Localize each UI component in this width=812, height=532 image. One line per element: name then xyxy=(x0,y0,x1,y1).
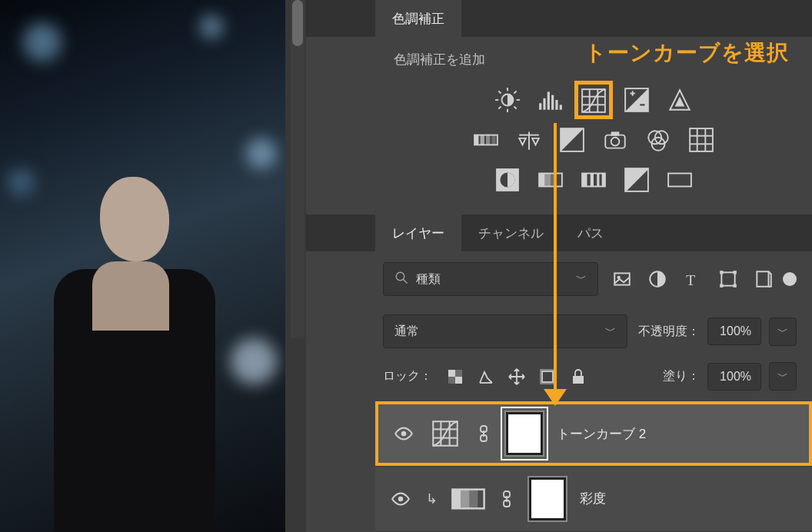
lock-transparency-icon[interactable] xyxy=(446,367,464,386)
layer-filter-select[interactable]: 種類 ﹀ xyxy=(383,262,598,296)
blend-mode-select[interactable]: 通常 ﹀ xyxy=(383,314,627,348)
svg-rect-72 xyxy=(542,371,553,382)
svg-rect-68 xyxy=(448,370,455,377)
search-icon xyxy=(394,271,408,288)
layer-row[interactable]: ↳ 彩度 xyxy=(375,466,812,530)
exposure-icon[interactable] xyxy=(624,87,650,113)
svg-line-57 xyxy=(403,279,407,283)
svg-rect-26 xyxy=(481,135,484,145)
threshold-icon[interactable] xyxy=(581,167,607,193)
svg-rect-52 xyxy=(597,174,599,187)
svg-rect-12 xyxy=(551,95,554,110)
document-canvas[interactable] xyxy=(0,0,285,532)
curves-highlight xyxy=(574,81,613,119)
visibility-toggle[interactable] xyxy=(389,489,412,509)
layers-panel: レイヤー チャンネル パス 種類 ﹀ T xyxy=(306,214,812,530)
svg-rect-67 xyxy=(757,271,768,287)
selective-color-icon[interactable] xyxy=(667,167,693,193)
curves-icon[interactable] xyxy=(581,88,607,114)
lock-position-icon[interactable] xyxy=(508,367,526,386)
color-lookup-icon[interactable] xyxy=(688,127,714,153)
canvas-scrollbar[interactable] xyxy=(291,0,304,338)
filter-smartobject-icon[interactable] xyxy=(754,269,774,289)
channel-mixer-icon[interactable] xyxy=(645,127,671,153)
svg-point-56 xyxy=(396,272,404,281)
lock-image-icon[interactable] xyxy=(477,367,495,386)
svg-rect-10 xyxy=(543,98,545,110)
chevron-down-icon: ﹀ xyxy=(576,272,587,286)
photo-filter-icon[interactable] xyxy=(602,127,628,153)
lock-label: ロック： xyxy=(383,368,432,384)
visibility-toggle[interactable] xyxy=(392,424,415,444)
posterize-icon[interactable] xyxy=(537,167,564,193)
filter-shape-icon[interactable] xyxy=(718,269,738,289)
mask-link-icon[interactable] xyxy=(498,490,515,508)
svg-rect-87 xyxy=(461,489,469,508)
layers-tabs: レイヤー チャンネル パス xyxy=(306,214,812,251)
svg-rect-88 xyxy=(469,489,478,508)
annotation-callout: トーンカーブを選択 xyxy=(584,38,789,68)
svg-line-5 xyxy=(498,91,501,93)
fill-dropdown[interactable]: ﹀ xyxy=(769,362,797,391)
lock-all-icon[interactable] xyxy=(569,367,587,386)
layer-name[interactable]: トーンカーブ 2 xyxy=(557,425,646,443)
black-white-icon[interactable] xyxy=(559,127,585,153)
layer-filter-label: 種類 xyxy=(416,271,441,288)
svg-rect-53 xyxy=(602,174,605,187)
svg-rect-38 xyxy=(690,128,713,151)
tab-paths[interactable]: パス xyxy=(561,214,621,251)
svg-line-7 xyxy=(498,107,501,109)
svg-rect-34 xyxy=(611,131,620,135)
layer-list: トーンカーブ 2 ↳ 彩度 xyxy=(375,401,812,530)
svg-rect-64 xyxy=(734,271,737,274)
svg-rect-65 xyxy=(720,284,723,288)
scrollbar-thumb[interactable] xyxy=(292,0,303,46)
tab-channels[interactable]: チャンネル xyxy=(461,214,561,251)
svg-line-6 xyxy=(514,107,517,109)
annotation-arrow xyxy=(554,123,557,392)
svg-point-33 xyxy=(611,138,620,146)
opacity-value[interactable]: 100% xyxy=(707,318,761,345)
layer-mask-thumb[interactable] xyxy=(504,411,544,457)
brightness-contrast-icon[interactable] xyxy=(494,87,521,113)
mask-link-icon[interactable] xyxy=(475,424,492,443)
svg-rect-63 xyxy=(720,271,723,274)
vibrance-icon[interactable] xyxy=(667,87,693,113)
clipping-indicator: ↳ xyxy=(424,490,438,507)
svg-rect-86 xyxy=(452,489,461,508)
svg-rect-46 xyxy=(539,174,544,187)
gradient-map-icon[interactable] xyxy=(624,167,650,193)
layer-name[interactable]: 彩度 xyxy=(580,490,606,507)
svg-text:T: T xyxy=(686,272,695,288)
fill-label: 塗り： xyxy=(663,368,700,384)
adjustment-thumb-curves[interactable] xyxy=(428,419,463,448)
levels-icon[interactable] xyxy=(537,87,564,113)
svg-rect-28 xyxy=(491,135,495,145)
tab-adjustments[interactable]: 色調補正 xyxy=(375,0,461,37)
adjustment-thumb-gradientmap[interactable] xyxy=(451,484,486,514)
filter-adjustment-icon[interactable] xyxy=(647,269,667,289)
opacity-dropdown[interactable]: ﹀ xyxy=(769,318,797,346)
layer-mask-thumb[interactable] xyxy=(527,476,567,522)
invert-icon[interactable] xyxy=(494,167,521,193)
svg-rect-14 xyxy=(560,105,562,109)
svg-rect-9 xyxy=(539,103,541,110)
filter-toggle[interactable] xyxy=(783,272,797,286)
svg-rect-70 xyxy=(455,370,462,377)
hue-saturation-icon[interactable] xyxy=(473,127,499,153)
filter-pixel-icon[interactable] xyxy=(612,269,632,289)
layer-row[interactable]: トーンカーブ 2 xyxy=(375,401,812,466)
fill-value[interactable]: 100% xyxy=(707,363,761,391)
adjustments-panel: 色調補正 色調補正を追加 xyxy=(306,0,812,208)
svg-line-8 xyxy=(514,91,517,93)
svg-rect-27 xyxy=(486,135,490,145)
opacity-label: 不透明度： xyxy=(638,324,700,340)
blend-mode-value: 通常 xyxy=(394,324,419,340)
svg-rect-25 xyxy=(474,135,478,145)
color-balance-icon[interactable] xyxy=(516,127,542,153)
svg-rect-71 xyxy=(448,377,455,384)
svg-rect-47 xyxy=(545,174,551,187)
svg-rect-13 xyxy=(555,100,557,110)
tab-layers[interactable]: レイヤー xyxy=(375,214,461,251)
filter-type-icon[interactable]: T xyxy=(683,269,703,289)
